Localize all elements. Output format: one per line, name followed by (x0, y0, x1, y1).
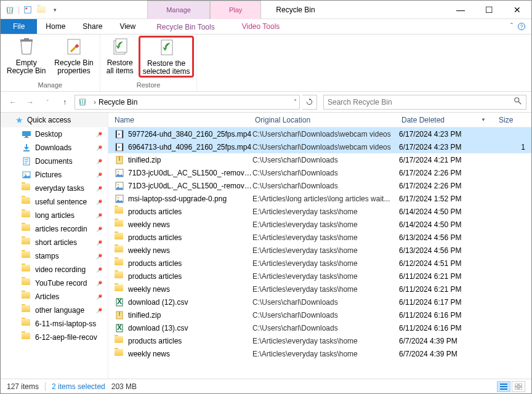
forward-button[interactable]: → (23, 95, 38, 110)
pin-icon: 📍 (94, 292, 104, 302)
file-row[interactable]: tinified.zipC:\Users\charl\Downloads6/17… (108, 153, 531, 166)
file-row[interactable]: products articlesE:\Articles\everyday ta… (108, 257, 531, 270)
file-row[interactable]: products articlesE:\Articles\everyday ta… (108, 205, 531, 218)
tab-file[interactable]: File (1, 19, 37, 34)
file-row[interactable]: 6964713-uhd_4096_2160_25fps.mp4C:\Users\… (108, 140, 531, 153)
column-size[interactable]: Size (493, 113, 531, 127)
sidebar-item-documents[interactable]: Documents📍 (1, 155, 108, 168)
tab-view[interactable]: View (111, 19, 144, 34)
svg-rect-11 (25, 136, 28, 137)
sidebar-item-downloads[interactable]: Downloads📍 (1, 141, 108, 155)
address-bar[interactable]: › Recycle Bin ˅ (75, 95, 300, 110)
sidebar-item-pictures[interactable]: Pictures📍 (1, 168, 108, 182)
pin-icon: 📍 (94, 238, 104, 247)
sidebar-item-everyday-tasks[interactable]: everyday tasks📍 (1, 182, 108, 195)
tab-video-tools[interactable]: Video Tools (227, 19, 295, 34)
search-input[interactable] (328, 98, 514, 107)
file-row[interactable]: weekly newsE:\Articles\everyday tasks\ho… (108, 244, 531, 257)
sidebar-item-useful-sentence[interactable]: useful sentence📍 (1, 195, 108, 209)
navigation-pane: ★ Quick access Desktop📍Downloads📍Documen… (1, 113, 108, 379)
recent-dropdown-icon[interactable]: ˅ (40, 95, 55, 110)
file-row[interactable]: Xdownload (13).csvC:\Users\charl\Downloa… (108, 321, 531, 334)
column-original-location[interactable]: Original Location (249, 113, 395, 127)
sidebar-item-6-11-msi-laptop-ss[interactable]: 6-11-msi-laptop-ss (1, 317, 108, 331)
file-location: C:\Users\charl\Downloads (252, 311, 399, 320)
quick-access-header[interactable]: ★ Quick access (1, 113, 108, 127)
sidebar-item-other-language[interactable]: other language📍 (1, 304, 108, 317)
file-row[interactable]: weekly newsE:\Articles\everyday tasks\ho… (108, 347, 531, 360)
sidebar-item-long-articles[interactable]: long articles📍 (1, 209, 108, 222)
file-size: 1 (496, 143, 531, 151)
sidebar-item-6-12-aep-file-recov[interactable]: 6-12-aep-file-recov (1, 331, 108, 344)
folder-icon (22, 197, 31, 207)
sidebar-item-desktop[interactable]: Desktop📍 (1, 127, 108, 141)
ribbon-collapse-icon[interactable]: ˆ ? (504, 19, 531, 34)
sidebar-item-youtube-record[interactable]: YouTube record📍 (1, 276, 108, 290)
file-row[interactable]: 71D3-jcU0dL._AC_SL1500_-remove...C:\User… (108, 166, 531, 179)
sidebar-item-stamps[interactable]: stamps📍 (1, 249, 108, 263)
file-name: products articles (128, 337, 252, 345)
file-name: weekly news (128, 246, 252, 255)
file-row[interactable]: 5977264-uhd_3840_2160_25fps.mp4C:\Users\… (108, 127, 531, 140)
sidebar-item-articles[interactable]: Articles📍 (1, 290, 108, 304)
file-row[interactable]: products articlesE:\Articles\everyday ta… (108, 270, 531, 283)
search-box[interactable] (323, 95, 526, 110)
new-folder-icon[interactable] (36, 4, 47, 15)
breadcrumb-location[interactable]: Recycle Bin (99, 98, 137, 107)
desktop-icon (22, 129, 31, 139)
close-button[interactable]: ✕ (503, 1, 531, 19)
up-button[interactable]: ↑ (57, 95, 72, 110)
maximize-button[interactable]: ☐ (475, 1, 503, 19)
sidebar-item-label: articles recordin (35, 225, 95, 233)
chevron-right-icon[interactable]: › (94, 98, 96, 107)
refresh-button[interactable] (302, 95, 317, 110)
recycle-bin-properties-button[interactable]: Recycle Bin properties (50, 36, 97, 76)
thumbnails-view-button[interactable] (512, 381, 525, 392)
file-name: weekly news (128, 285, 252, 294)
zip-icon (115, 155, 124, 165)
restore-all-items-button[interactable]: Restore all items (103, 36, 137, 76)
qat-separator: | (18, 6, 20, 14)
minimize-button[interactable]: — (446, 1, 475, 19)
file-row[interactable]: weekly newsE:\Articles\everyday tasks\ho… (108, 218, 531, 231)
svg-text:X: X (117, 297, 122, 306)
back-button[interactable]: ← (6, 95, 20, 110)
tab-share[interactable]: Share (74, 19, 111, 34)
pin-icon: 📍 (94, 183, 104, 193)
file-date: 6/13/2024 4:56 PM (399, 246, 496, 255)
file-row[interactable]: msi-laptop-ssd-upgrade-0.pngE:\Articles\… (108, 192, 531, 205)
sidebar-item-video-recording[interactable]: video recording📍 (1, 263, 108, 276)
empty-recycle-bin-button[interactable]: Empty Recycle Bin (3, 36, 49, 76)
column-date-deleted[interactable]: Date Deleted ▼ (395, 113, 493, 127)
file-row[interactable]: Xdownload (12).csvC:\Users\charl\Downloa… (108, 296, 531, 308)
qat-dropdown-icon[interactable]: ▾ (49, 4, 60, 15)
address-dropdown-icon[interactable]: ˅ (294, 98, 297, 105)
ctx-tab-play[interactable]: Play (210, 1, 261, 19)
file-row[interactable]: tinified.zipC:\Users\charl\Downloads6/11… (108, 308, 531, 321)
svg-rect-24 (119, 156, 120, 161)
recycle-bin-icon[interactable] (4, 4, 15, 15)
details-view-button[interactable] (497, 381, 510, 392)
file-row[interactable]: products articlesE:\Articles\everyday ta… (108, 334, 531, 347)
sidebar-item-label: Downloads (35, 143, 95, 152)
restore-group-label: Restore (103, 80, 195, 90)
properties-icon[interactable] (22, 4, 33, 15)
file-row[interactable]: 71D3-jcU0dL._AC_SL1500_-remove...C:\User… (108, 179, 531, 192)
column-name[interactable]: Name (108, 113, 249, 127)
file-date: 6/14/2024 4:50 PM (399, 220, 496, 229)
file-rows[interactable]: 5977264-uhd_3840_2160_25fps.mp4C:\Users\… (108, 127, 531, 379)
tab-home[interactable]: Home (37, 19, 74, 34)
sidebar-item-articles-recordin[interactable]: articles recordin📍 (1, 222, 108, 236)
sidebar-item-label: useful sentence (35, 198, 95, 206)
ctx-tab-manage[interactable]: Manage (147, 1, 210, 19)
file-location: E:\Articles\everyday tasks\home (252, 285, 399, 294)
search-icon[interactable] (514, 97, 522, 107)
tab-recycle-bin-tools[interactable]: Recycle Bin Tools (144, 19, 227, 34)
sidebar-item-label: 6-12-aep-file-recov (35, 333, 103, 342)
file-row[interactable]: weekly newsE:\Articles\everyday tasks\ho… (108, 283, 531, 296)
file-row[interactable]: products articlesE:\Articles\everyday ta… (108, 231, 531, 244)
restore-selected-items-button[interactable]: Restore the selected items (139, 36, 195, 78)
sidebar-item-short-articles[interactable]: short articles📍 (1, 236, 108, 249)
file-location: E:\Articles\long articles\long articles … (252, 195, 399, 203)
svg-rect-40 (515, 384, 518, 386)
